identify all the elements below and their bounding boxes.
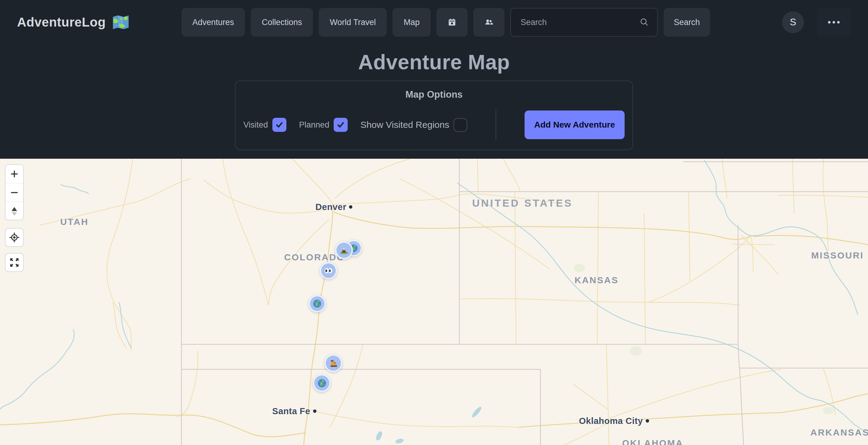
map-label-oklahoma-city: Oklahoma City bbox=[579, 416, 649, 426]
nav-link-collections[interactable]: Collections bbox=[251, 8, 313, 37]
avatar[interactable]: S bbox=[782, 11, 804, 33]
map-options-row: VisitedPlannedShow Visited Regions Add N… bbox=[243, 109, 625, 140]
map-options-card: Map Options VisitedPlannedShow Visited R… bbox=[235, 81, 633, 150]
map-base-layer bbox=[0, 159, 868, 445]
zoom-in-button[interactable] bbox=[5, 165, 23, 183]
nav-link-map[interactable]: Map bbox=[393, 8, 431, 37]
show-visited-regions-checkbox[interactable] bbox=[454, 118, 467, 132]
visited-checkbox[interactable] bbox=[272, 118, 286, 132]
calendar-icon bbox=[447, 16, 457, 29]
options-divider bbox=[496, 109, 496, 140]
map-label-arkansas: ARKANSAS bbox=[810, 427, 868, 438]
visited-label: Visited bbox=[243, 120, 268, 130]
zoom-out-button[interactable] bbox=[5, 183, 23, 202]
page-title: Adventure Map bbox=[0, 50, 868, 74]
map-label-missouri: MISSOURI bbox=[811, 250, 864, 261]
map-label-oklahoma: OKLAHOMA bbox=[622, 438, 683, 445]
city-name: Denver bbox=[315, 202, 346, 212]
users-icon bbox=[484, 16, 494, 29]
boot-emoji-icon bbox=[329, 359, 338, 368]
map-label-utah: UTAH bbox=[60, 217, 88, 227]
toggle-group: VisitedPlannedShow Visited Regions bbox=[243, 118, 467, 132]
app-header: AdventureLog AdventuresCollectionsWorld … bbox=[0, 0, 868, 44]
city-name: Oklahoma City bbox=[579, 416, 643, 426]
adventure-marker-earth[interactable] bbox=[313, 374, 331, 392]
map-label-denver: Denver bbox=[315, 202, 352, 212]
zoom-control-group bbox=[5, 164, 24, 220]
users-button[interactable] bbox=[473, 8, 504, 37]
earth-emoji-icon bbox=[313, 299, 322, 308]
ellipsis-icon bbox=[828, 21, 840, 24]
adventure-marker-earth[interactable] bbox=[309, 295, 326, 312]
planned-toggle[interactable]: Planned bbox=[299, 118, 348, 132]
more-button[interactable] bbox=[817, 8, 851, 37]
show-visited-regions-label: Show Visited Regions bbox=[361, 120, 449, 130]
adventure-marker-mountain[interactable] bbox=[335, 241, 353, 259]
search-button[interactable]: Search bbox=[664, 8, 710, 37]
adventure-marker-boot[interactable] bbox=[324, 354, 342, 372]
fullscreen-button[interactable] bbox=[5, 253, 24, 272]
planned-label: Planned bbox=[299, 120, 330, 130]
map-options-title: Map Options bbox=[243, 89, 625, 100]
show-visited-regions-toggle[interactable]: Show Visited Regions bbox=[361, 118, 467, 132]
eyes-emoji-icon bbox=[324, 266, 333, 275]
search-icon bbox=[639, 17, 649, 27]
map-canvas[interactable]: UTAHCOLORADOUNITED STATESKANSASMISSOURIO… bbox=[0, 159, 868, 445]
tilt-arrows-icon bbox=[8, 205, 20, 217]
city-dot bbox=[313, 410, 316, 413]
minus-icon bbox=[8, 187, 20, 198]
search-input[interactable] bbox=[510, 8, 658, 37]
visited-toggle[interactable]: Visited bbox=[243, 118, 286, 132]
mountain-emoji-icon bbox=[339, 246, 349, 255]
nav-link-adventures[interactable]: Adventures bbox=[182, 8, 245, 37]
search-wrap bbox=[510, 8, 658, 37]
map-label-kansas: KANSAS bbox=[575, 275, 619, 286]
geolocate-icon bbox=[8, 232, 20, 243]
brand[interactable]: AdventureLog bbox=[17, 13, 130, 31]
main-nav: AdventuresCollectionsWorld TravelMap bbox=[182, 8, 431, 37]
nav-link-world-travel[interactable]: World Travel bbox=[319, 8, 387, 37]
city-name: Santa Fe bbox=[272, 406, 310, 416]
map-label-united-states: UNITED STATES bbox=[472, 197, 573, 209]
fullscreen-icon bbox=[8, 257, 20, 268]
adventure-marker-eyes[interactable] bbox=[320, 262, 337, 279]
map-label-santa-fe: Santa Fe bbox=[272, 406, 317, 416]
geolocate-button[interactable] bbox=[5, 228, 24, 247]
world-map-emoji-icon bbox=[112, 13, 130, 31]
earth-emoji-icon bbox=[317, 379, 327, 388]
city-dot bbox=[349, 205, 352, 209]
calendar-button[interactable] bbox=[436, 8, 468, 37]
planned-checkbox[interactable] bbox=[334, 118, 348, 132]
city-dot bbox=[646, 419, 649, 423]
header-right: S bbox=[782, 8, 851, 37]
map-controls bbox=[5, 164, 24, 220]
brand-name: AdventureLog bbox=[17, 15, 106, 30]
add-new-adventure-button[interactable]: Add New Adventure bbox=[525, 111, 625, 139]
plus-icon bbox=[8, 168, 20, 180]
tilt-button[interactable] bbox=[5, 202, 23, 220]
nav-icon-group bbox=[436, 8, 504, 37]
